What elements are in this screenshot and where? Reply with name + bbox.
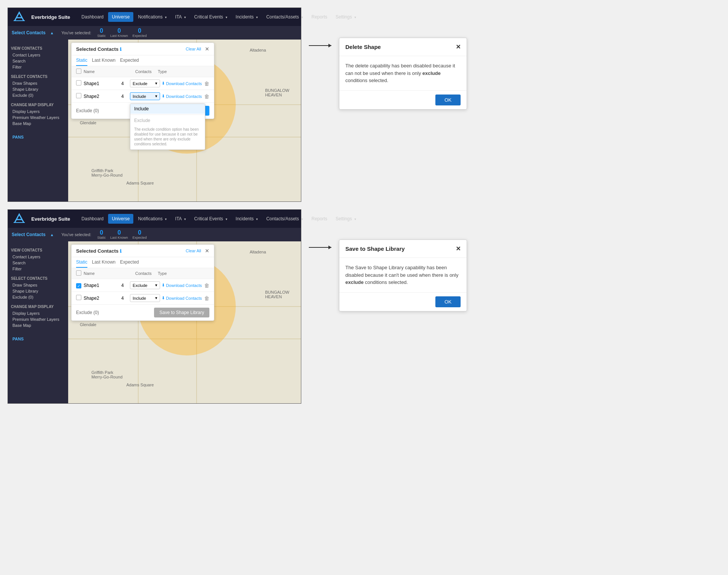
nav2-dashboard[interactable]: Dashboard xyxy=(78,214,107,224)
map-label-glendale: Glendale xyxy=(80,120,96,125)
row1-checkbox[interactable] xyxy=(76,80,81,85)
p2-row1-download-btn[interactable]: ⬇ Download Contacts xyxy=(162,283,202,288)
sc2-clear-all-btn[interactable]: Clear All xyxy=(186,249,201,253)
sidebar2-item-display-layers[interactable]: Display Layers xyxy=(11,310,65,316)
sidebar-item-display-layers[interactable]: Display Layers xyxy=(11,108,65,114)
sidebar-section-change-map: Change Map Display xyxy=(11,103,65,107)
row2-delete-btn[interactable]: 🗑 xyxy=(204,93,209,99)
select-contacts-label[interactable]: Select Contacts xyxy=(12,30,46,35)
nav-settings[interactable]: Settings ▾ xyxy=(332,12,360,22)
nav2-critical-events[interactable]: Critical Events ▾ xyxy=(191,214,231,224)
nav-dashboard[interactable]: Dashboard xyxy=(78,12,107,22)
p2-row2-download-btn[interactable]: ⬇ Download Contacts xyxy=(162,296,202,300)
nav2-incidents[interactable]: Incidents ▾ xyxy=(232,214,262,224)
dialog2-ok-btn[interactable]: OK xyxy=(435,296,461,307)
table-row: Shape1 4 Exclude ▾ ⬇ xyxy=(72,77,214,90)
sc-close-btn[interactable]: ✕ xyxy=(205,46,209,52)
sidebar2-item-filter[interactable]: Filter xyxy=(11,266,65,272)
sc2-close-btn[interactable]: ✕ xyxy=(205,248,209,254)
p2-col-header-name: Name xyxy=(84,271,135,276)
row1-download-btn[interactable]: ⬇ Download Contacts xyxy=(162,81,202,86)
sidebar-item-search[interactable]: Search xyxy=(11,58,65,64)
select-all-checkbox[interactable] xyxy=(76,69,81,74)
sidebar-item-exclude[interactable]: Exclude (0) xyxy=(11,92,65,98)
dialog1-ok-btn[interactable]: OK xyxy=(435,95,461,105)
sc-title: Selected Contacts ℹ xyxy=(76,46,122,52)
row1-delete-btn[interactable]: 🗑 xyxy=(204,81,209,87)
selected-contacts-panel-2: Selected Contacts ℹ Clear All ✕ Static L… xyxy=(71,244,214,321)
sidebar2-item-shape-library[interactable]: Shape Library xyxy=(11,288,65,294)
nav-universe[interactable]: Universe xyxy=(108,12,133,22)
info-icon[interactable]: ℹ xyxy=(120,47,122,52)
sidebar2-item-exclude[interactable]: Exclude (0) xyxy=(11,294,65,300)
p2-select-all-checkbox[interactable] xyxy=(76,270,81,276)
sc-tabs: Static Last Known Expected xyxy=(72,55,214,66)
nav2-universe[interactable]: Universe xyxy=(108,214,133,224)
sidebar-item-contact-layers[interactable]: Contact Layers xyxy=(11,52,65,58)
p2-row2-checkbox[interactable] xyxy=(76,295,81,300)
nav2-settings[interactable]: Settings ▾ xyxy=(332,214,360,224)
row2-checkbox[interactable] xyxy=(76,93,81,98)
sidebar2-item-search[interactable]: Search xyxy=(11,260,65,266)
nav-items: Dashboard Universe Notifications ▾ ITA ▾… xyxy=(78,12,360,22)
dialog1-body: The delete capability has been disabled … xyxy=(339,56,467,90)
p2-row2-contacts: 4 xyxy=(115,296,130,301)
sidebar2-item-pans[interactable]: PANS xyxy=(11,336,65,342)
nav-notifications[interactable]: Notifications ▾ xyxy=(134,12,171,22)
dialog1-close-btn[interactable]: ✕ xyxy=(456,43,461,50)
tab-expected[interactable]: Expected xyxy=(120,55,139,66)
info-icon-2[interactable]: ℹ xyxy=(120,249,122,254)
sidebar-item-filter[interactable]: Filter xyxy=(11,64,65,70)
nav2-reports[interactable]: Reports xyxy=(308,214,331,224)
map-label-griffith: Griffith ParkMerry-Go-Round xyxy=(92,168,123,177)
stat2-last-known: 0 Last Known xyxy=(110,230,128,239)
tab2-static[interactable]: Static xyxy=(76,257,87,268)
dropdown-option-include[interactable]: Include xyxy=(130,104,205,114)
sidebar-item-shape-library[interactable]: Shape Library xyxy=(11,86,65,92)
chevron-up-icon: ▲ xyxy=(50,31,54,35)
nav2-ita[interactable]: ITA ▾ xyxy=(171,214,189,224)
subbar-2: Select Contacts ▲ You've selected: 0 Sta… xyxy=(8,228,301,241)
sidebar2-item-contact-layers[interactable]: Contact Layers xyxy=(11,254,65,260)
sidebar-item-pans[interactable]: PANS xyxy=(11,134,65,140)
arrow-line-2 xyxy=(309,247,331,248)
row2-actions: ⬇ Download Contacts 🗑 xyxy=(162,93,209,99)
sidebar2-item-base-map[interactable]: Base Map xyxy=(11,322,65,328)
p2-row2-delete-btn[interactable]: 🗑 xyxy=(204,295,209,301)
row2-download-btn[interactable]: ⬇ Download Contacts xyxy=(162,94,202,99)
nav-ita[interactable]: ITA ▾ xyxy=(171,12,189,22)
p2-row1-type-dropdown[interactable]: Exclude ▾ xyxy=(130,281,160,289)
nav-critical-events[interactable]: Critical Events ▾ xyxy=(191,12,231,22)
nav2-notifications[interactable]: Notifications ▾ xyxy=(134,214,171,224)
nav-contacts-assets[interactable]: Contacts/Assets ▾ xyxy=(263,12,307,22)
p2-download-icon2: ⬇ xyxy=(162,296,165,300)
sidebar-item-base-map[interactable]: Base Map xyxy=(11,120,65,127)
sidebar2-item-draw-shapes[interactable]: Draw Shapes xyxy=(11,282,65,288)
select-contacts-label-2[interactable]: Select Contacts xyxy=(12,232,46,237)
sc-clear-all-btn[interactable]: Clear All xyxy=(186,47,201,51)
sidebar-item-draw-shapes[interactable]: Draw Shapes xyxy=(11,80,65,86)
sidebar-item-premium-weather[interactable]: Premium Weather Layers xyxy=(11,114,65,120)
p2-save-to-shape-library-btn[interactable]: Save to Shape Library xyxy=(154,308,209,317)
tab-last-known[interactable]: Last Known xyxy=(92,55,116,66)
row1-type: Exclude ▾ xyxy=(130,79,161,87)
sidebar: View Contacts Contact Layers Search Filt… xyxy=(8,40,68,201)
stat2-static-num: 0 xyxy=(97,230,106,236)
dialog2-footer: OK xyxy=(339,292,467,311)
sidebar2-item-premium-weather[interactable]: Premium Weather Layers xyxy=(11,316,65,322)
tab-static[interactable]: Static xyxy=(76,55,87,66)
nav-incidents[interactable]: Incidents ▾ xyxy=(232,12,262,22)
p2-row1-delete-btn[interactable]: 🗑 xyxy=(204,282,209,288)
nav2-contacts-assets[interactable]: Contacts/Assets ▾ xyxy=(263,214,307,224)
tab2-expected[interactable]: Expected xyxy=(120,257,139,268)
p2-row1-checkbox[interactable]: ✓ xyxy=(76,283,81,288)
p2-row2-type-dropdown[interactable]: Include ▾ xyxy=(130,294,160,302)
sidebar2-section-select-contacts: Select Contacts xyxy=(11,276,65,281)
tab2-last-known[interactable]: Last Known xyxy=(92,257,116,268)
row1-type-dropdown[interactable]: Exclude ▾ xyxy=(130,79,160,87)
nav-reports[interactable]: Reports xyxy=(308,12,331,22)
dialog1-header: Delete Shape ✕ xyxy=(339,38,467,56)
dialog2-close-btn[interactable]: ✕ xyxy=(456,245,461,252)
map2-label-glendale: Glendale xyxy=(80,322,96,327)
row2-type-dropdown[interactable]: Include ▾ xyxy=(130,92,160,100)
